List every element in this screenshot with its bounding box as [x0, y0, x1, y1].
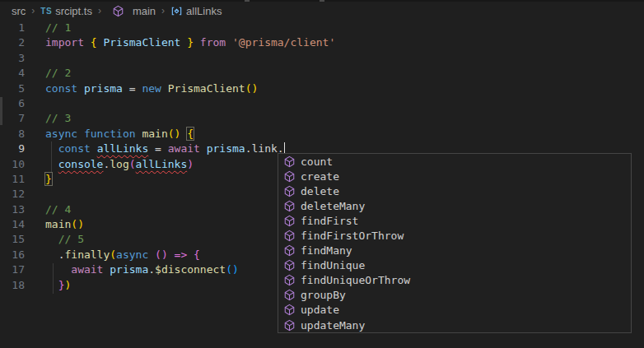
suggestion-item[interactable]: findFirstOrThrow	[278, 228, 631, 243]
line-number[interactable]: 9	[0, 142, 25, 156]
code-line: 6	[0, 96, 644, 111]
code-token: await	[71, 263, 103, 276]
line-number[interactable]: 12	[0, 187, 25, 202]
line-number[interactable]: 13	[0, 202, 25, 217]
code-token	[168, 248, 175, 261]
code-token: allLinks	[97, 142, 149, 155]
code-line-content[interactable]	[25, 187, 45, 202]
suggestion-item[interactable]: updateMany	[278, 318, 631, 332]
suggestion-item[interactable]: findUnique	[278, 258, 631, 273]
line-number[interactable]: 10	[0, 157, 25, 172]
suggestion-label: findFirst	[301, 215, 358, 227]
code-line-content[interactable]: import { PrismaClient } from '@prisma/cl…	[25, 35, 335, 50]
line-number[interactable]: 1	[0, 21, 25, 35]
line-number[interactable]: 18	[0, 278, 25, 293]
breadcrumb-item-main[interactable]: main	[107, 5, 156, 17]
line-number[interactable]: 16	[0, 248, 25, 262]
breadcrumb-item-alllinks[interactable]: allLinks	[170, 5, 222, 17]
suggestion-label: findFirstOrThrow	[301, 230, 404, 242]
code-token: await	[168, 142, 200, 155]
code-line-content[interactable]	[25, 96, 45, 111]
code-token: // 3	[45, 112, 71, 124]
method-cube-icon	[283, 185, 296, 197]
suggestion-item[interactable]: groupBy	[278, 288, 631, 303]
code-line: 2 import { PrismaClient } from '@prisma/…	[0, 35, 644, 50]
code-line-content[interactable]: await prisma.$disconnect()	[25, 262, 239, 277]
suggestion-item[interactable]: update	[278, 303, 631, 318]
suggestion-label: create	[301, 170, 339, 183]
code-token: const	[45, 82, 77, 95]
line-number[interactable]: 4	[0, 66, 25, 81]
breadcrumb-item-src[interactable]: src	[12, 5, 26, 17]
breadcrumb-separator: ›	[98, 5, 101, 16]
line-number[interactable]: 7	[0, 111, 25, 126]
suggestion-item[interactable]: findUniqueOrThrow	[278, 273, 631, 288]
code-token	[45, 279, 58, 291]
code-token: // 2	[45, 67, 71, 79]
typescript-file-icon: TS	[40, 7, 52, 16]
code-token: PrismaClient	[103, 36, 180, 49]
code-token: new	[142, 82, 161, 95]
code-line-content[interactable]: // 5	[25, 232, 84, 247]
suggestion-item[interactable]: count	[278, 154, 631, 169]
code-token: function	[84, 128, 136, 140]
code-line-content[interactable]	[25, 51, 45, 66]
code-token: .	[148, 263, 155, 276]
suggestion-item[interactable]: findMany	[278, 244, 631, 258]
code-token: ()	[71, 218, 84, 230]
suggestion-label: findMany	[301, 244, 352, 257]
suggestion-label: deleteMany	[301, 200, 365, 212]
code-token: console	[58, 158, 104, 170]
code-line-content[interactable]: .finally(async () => {	[25, 248, 200, 262]
breadcrumb-item-srcipt-ts[interactable]: TSsrcipt.ts	[40, 5, 92, 17]
code-line-content[interactable]: // 1	[25, 21, 71, 35]
line-number[interactable]: 2	[0, 35, 25, 50]
line-number[interactable]: 11	[0, 172, 25, 187]
code-token: ()	[226, 263, 239, 276]
method-cube-icon	[283, 170, 296, 183]
code-line-content[interactable]: console.log(allLinks)	[25, 157, 194, 172]
code-token: const	[58, 142, 91, 155]
line-number[interactable]: 5	[0, 81, 25, 96]
code-token: '@prisma/client'	[232, 36, 335, 49]
line-number[interactable]: 14	[0, 217, 25, 232]
suggestion-label: delete	[301, 185, 339, 197]
line-number[interactable]: 3	[0, 51, 25, 66]
suggest-widget: count create delete deleteMany findFirst…	[278, 153, 632, 333]
code-line-content[interactable]: async function main() {	[25, 127, 194, 142]
code-line-content[interactable]: main()	[25, 217, 84, 232]
code-token	[45, 233, 58, 245]
method-cube-icon	[112, 5, 124, 17]
code-token	[91, 142, 97, 155]
code-token: {	[91, 36, 97, 49]
code-line: 4 // 2	[0, 66, 644, 81]
code-line-content[interactable]: // 3	[25, 111, 71, 126]
suggestion-item[interactable]: deleteMany	[278, 198, 631, 213]
code-token: ()	[155, 248, 168, 261]
code-line-content[interactable]: const allLinks = await prisma.link.	[25, 142, 285, 156]
suggestion-label: groupBy	[301, 289, 346, 301]
code-line-content[interactable]: const prisma = new PrismaClient()	[25, 81, 258, 96]
code-line-content[interactable]: // 2	[25, 66, 71, 81]
code-token: (	[110, 248, 116, 261]
suggestion-item[interactable]: findFirst	[278, 213, 631, 228]
code-line-content[interactable]: }	[25, 172, 52, 187]
code-token: import	[45, 36, 84, 49]
suggestion-item[interactable]: delete	[278, 183, 631, 198]
line-number[interactable]: 15	[0, 232, 25, 247]
line-number[interactable]: 8	[0, 127, 25, 142]
code-line-content[interactable]: // 4	[25, 202, 71, 217]
code-line-content[interactable]: })	[25, 278, 71, 293]
code-token	[77, 82, 84, 95]
code-token	[45, 248, 58, 261]
code-token: )	[64, 279, 71, 291]
line-number[interactable]: 6	[0, 96, 25, 111]
breadcrumb-separator: ›	[161, 5, 165, 16]
line-number[interactable]: 17	[0, 262, 25, 277]
suggestion-item[interactable]: create	[278, 169, 631, 183]
code-token: =>	[175, 248, 188, 261]
code-token: log	[110, 158, 128, 170]
code-line: 1 // 1	[0, 21, 644, 35]
breadcrumb: src›TSsrcipt.ts› main› allLinks	[0, 2, 644, 20]
code-token	[45, 263, 71, 276]
